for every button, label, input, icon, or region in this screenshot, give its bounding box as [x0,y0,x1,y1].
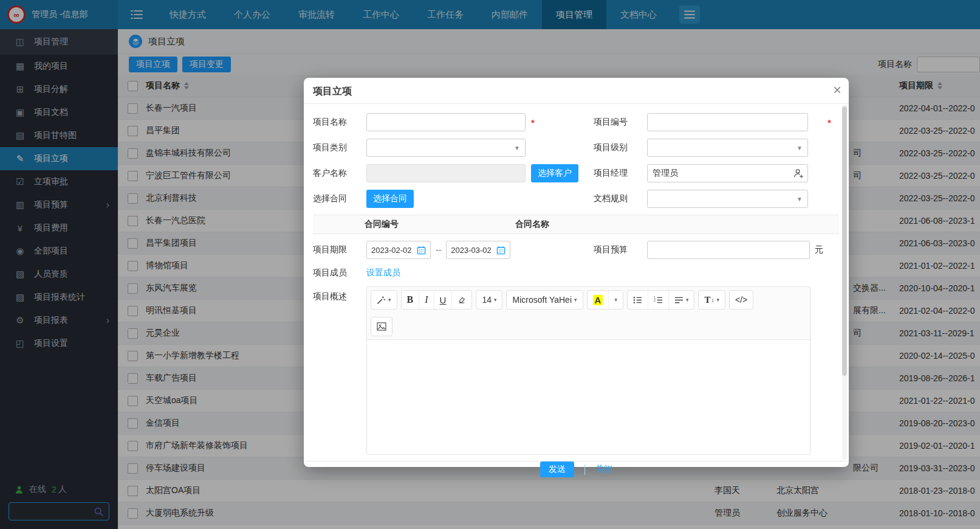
project-summary-label: 项目概述 [313,286,366,302]
chevron-down-icon: ▾ [686,297,689,303]
project-initiation-dialog: 项目立项 × 项目名称 * 项目编号 * 项目类别 ▼ 项目 [304,78,849,467]
select-contract-button[interactable]: 选择合同 [366,190,414,208]
required-asterisk: * [531,117,535,128]
bullet-list-icon [633,296,642,304]
period-start-input[interactable]: 2023-02-02 [366,241,431,259]
project-name-input[interactable] [366,113,526,131]
chevron-down-icon: ▾ [614,297,617,303]
customer-name-input [366,164,526,182]
chevron-down-icon: ▾ [716,297,719,303]
close-icon[interactable]: × [833,83,841,97]
project-category-select[interactable]: ▼ [366,139,526,157]
scrollbar-thumb[interactable] [842,106,847,376]
chevron-down-icon: ▾ [494,297,497,303]
budget-unit-label: 元 [815,244,823,255]
project-code-label: 项目编号 [594,117,647,128]
contract-name-header: 合同名称 [515,219,549,230]
calendar-icon[interactable] [496,246,505,255]
doc-rule-label: 文档规则 [594,193,647,204]
contract-code-header: 合同编号 [365,219,399,230]
doc-rule-select[interactable]: ▼ [647,190,808,208]
bullet-list-button[interactable] [628,291,648,309]
rich-text-editor: ▾ B I U [366,286,810,455]
chevron-down-icon: ▾ [574,297,577,303]
editor-content[interactable] [367,339,810,454]
image-icon [377,322,386,331]
period-end-input[interactable]: 2023-03-02 [446,241,510,259]
chevron-down-icon: ▾ [388,297,391,303]
select-contract-label: 选择合同 [313,193,366,204]
project-budget-label: 项目预算 [594,244,647,255]
underline-button[interactable]: U [434,291,452,309]
font-color-button[interactable]: A [588,291,609,309]
project-members-label: 项目成员 [313,268,366,278]
insert-image-button[interactable] [371,317,392,336]
line-height-button[interactable]: T↕ ▾ [699,291,725,309]
project-budget-input[interactable] [647,241,810,259]
person-add-icon[interactable] [793,168,804,179]
project-level-label: 项目级别 [594,142,647,153]
project-name-label: 项目名称 [313,117,366,128]
project-level-select[interactable]: ▼ [647,139,808,157]
send-button[interactable]: 发送 [540,462,574,477]
set-members-link[interactable]: 设置成员 [366,268,400,278]
chevron-down-icon: ▼ [514,145,520,151]
font-size-select[interactable]: 14 ▾ [476,291,502,309]
chevron-down-icon: ▼ [797,196,803,202]
customer-name-label: 客户名称 [313,168,366,179]
project-manager-value: 管理员 [653,168,678,179]
required-asterisk: * [828,117,831,128]
align-left-icon [674,296,684,304]
contract-table-header: 合同编号 合同名称 [313,215,839,234]
project-manager-label: 项目经理 [594,168,647,179]
modal-scrollbar[interactable] [842,105,847,460]
footer-divider [584,465,585,475]
project-manager-input[interactable]: 管理员 [647,164,808,182]
close-link[interactable]: 关闭 [595,464,612,475]
svg-text:2: 2 [654,298,656,302]
project-code-input[interactable] [647,113,808,131]
project-period-label: 项目期限 [313,244,366,255]
calendar-icon[interactable] [417,246,426,255]
bold-button[interactable]: B [402,291,419,309]
eraser-icon [457,296,466,304]
chevron-down-icon: ▼ [797,145,803,151]
font-family-select[interactable]: Microsoft YaHei ▾ [507,291,582,309]
align-button[interactable]: ▾ [668,291,694,309]
eraser-button[interactable] [451,291,471,309]
code-view-button[interactable]: </> [730,291,753,309]
numbered-list-button[interactable]: 12 [648,291,668,309]
editor-toolbar: ▾ B I U [367,287,810,339]
magic-wand-icon [377,296,386,305]
italic-button[interactable]: I [419,291,433,309]
magic-wand-button[interactable]: ▾ [371,291,397,309]
numbered-list-icon: 12 [654,296,663,304]
dialog-title: 项目立项 [313,86,352,96]
select-customer-button[interactable]: 选择客户 [531,164,578,182]
font-color-caret[interactable]: ▾ [608,291,623,309]
period-separator: -- [436,245,441,255]
project-category-label: 项目类别 [313,142,366,153]
